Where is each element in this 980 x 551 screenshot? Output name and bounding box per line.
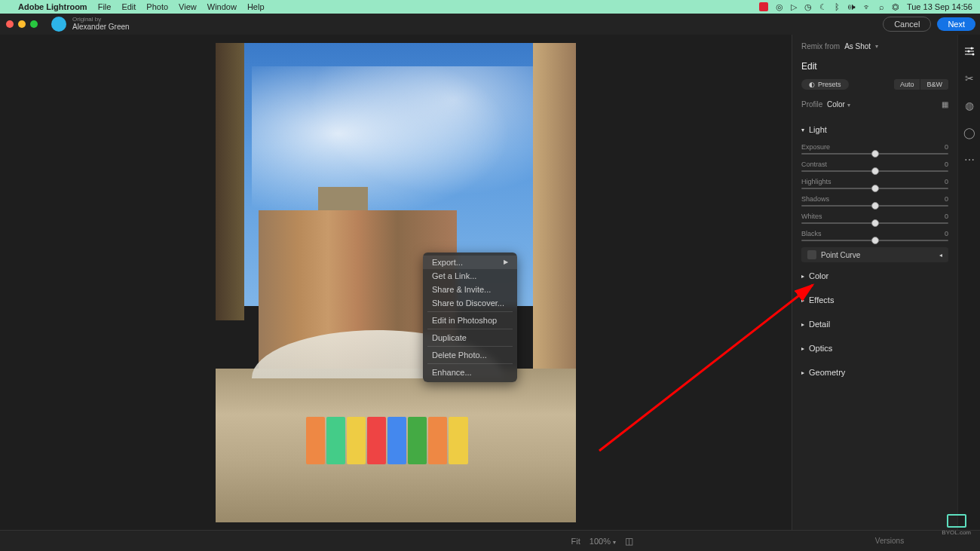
edit-panel: Remix from As Shot ▾ Edit ◐Presets Auto … xyxy=(792,35,957,530)
status-bluetooth-icon[interactable]: ᛒ xyxy=(835,2,840,11)
auto-button[interactable]: Auto xyxy=(894,79,920,90)
section-optics-header[interactable]: ▸Optics xyxy=(801,338,948,359)
remix-from-label: Remix from xyxy=(801,42,840,51)
context-share-discover[interactable]: Share to Discover... xyxy=(423,296,517,310)
context-sep xyxy=(427,346,513,347)
profile-value[interactable]: Color xyxy=(827,100,845,109)
status-clock-icon[interactable]: ◷ xyxy=(804,2,812,12)
photo-preview: Export...▶ Get a Link... Share & Invite.… xyxy=(216,43,576,522)
slider-highlights: Highlights0 xyxy=(801,178,948,189)
presets-icon: ◐ xyxy=(809,81,815,88)
compare-view-icon[interactable]: ◫ xyxy=(625,536,633,546)
context-sep xyxy=(427,329,513,329)
point-curve-button[interactable]: Point Curve ◂ xyxy=(801,247,948,262)
menubar-clock[interactable]: Tue 13 Sep 14:56 xyxy=(907,2,972,11)
masking-tool-icon[interactable]: ◯ xyxy=(963,127,975,139)
window-maximize-button[interactable] xyxy=(30,20,38,28)
chevron-right-icon: ▸ xyxy=(801,297,804,304)
section-effects-header[interactable]: ▸Effects xyxy=(801,289,948,311)
slider-thumb[interactable] xyxy=(871,150,879,158)
status-recording-icon[interactable] xyxy=(759,2,768,11)
more-tool-icon[interactable]: ⋯ xyxy=(963,154,975,166)
section-geometry-header[interactable]: ▸Geometry xyxy=(801,362,948,383)
menu-edit[interactable]: Edit xyxy=(121,2,136,11)
fit-label[interactable]: Fit xyxy=(571,537,580,546)
presets-button[interactable]: ◐Presets xyxy=(801,79,849,90)
user-avatar[interactable] xyxy=(51,17,66,32)
status-control-center-icon[interactable]: ⏣ xyxy=(892,2,899,12)
next-button[interactable]: Next xyxy=(937,17,975,31)
svg-point-2 xyxy=(972,54,974,56)
slider-track[interactable] xyxy=(801,188,948,189)
context-delete-photo[interactable]: Delete Photo... xyxy=(423,348,517,362)
status-moon-icon[interactable]: ☾ xyxy=(819,2,827,12)
chevron-down-icon[interactable]: ▾ xyxy=(875,43,878,50)
slider-label: Exposure xyxy=(801,143,830,151)
context-export[interactable]: Export...▶ xyxy=(423,256,517,269)
slider-track[interactable] xyxy=(801,170,948,172)
status-play-icon[interactable]: ▷ xyxy=(791,2,797,12)
section-light-header[interactable]: ▾Light xyxy=(801,119,948,140)
slider-thumb[interactable] xyxy=(871,237,879,244)
profile-grid-icon[interactable]: ▦ xyxy=(942,100,948,109)
slider-value: 0 xyxy=(945,213,948,220)
status-search-icon[interactable]: ⌕ xyxy=(879,2,884,11)
menu-photo[interactable]: Photo xyxy=(146,2,168,11)
crop-tool-icon[interactable]: ✂ xyxy=(963,72,975,84)
section-color-header[interactable]: ▸Color xyxy=(801,265,948,286)
slider-thumb[interactable] xyxy=(871,167,879,175)
slider-blacks: Blacks0 xyxy=(801,230,948,241)
slider-contrast: Contrast0 xyxy=(801,161,948,172)
adjust-tool-icon[interactable] xyxy=(963,45,975,57)
slider-track[interactable] xyxy=(801,153,948,155)
context-share-invite[interactable]: Share & Invite... xyxy=(423,283,517,296)
chevron-down-icon: ▾ xyxy=(613,539,616,546)
slider-thumb[interactable] xyxy=(871,219,879,227)
watermark-icon xyxy=(947,514,966,528)
remix-from-value[interactable]: As Shot xyxy=(844,42,871,51)
slider-track[interactable] xyxy=(801,240,948,241)
slider-value: 0 xyxy=(945,161,948,168)
window-close-button[interactable] xyxy=(6,20,14,28)
context-duplicate[interactable]: Duplicate xyxy=(423,331,517,344)
window-controls xyxy=(6,20,38,28)
menu-file[interactable]: File xyxy=(98,2,112,11)
context-enhance[interactable]: Enhance... xyxy=(423,366,517,379)
status-wifi-icon[interactable]: ᯤ xyxy=(863,2,871,11)
menu-help[interactable]: Help xyxy=(247,2,265,11)
slider-thumb[interactable] xyxy=(871,202,879,210)
svg-point-1 xyxy=(967,51,969,53)
versions-button[interactable]: Versions xyxy=(807,537,972,545)
menubar-app-name[interactable]: Adobe Lightroom xyxy=(18,2,87,11)
menu-window[interactable]: Window xyxy=(207,2,237,11)
status-cc-icon[interactable]: ◎ xyxy=(776,2,783,12)
slider-whites: Whites0 xyxy=(801,213,948,224)
original-by-label: Original by xyxy=(72,17,130,23)
slider-label: Blacks xyxy=(801,230,822,237)
chevron-down-icon: ▾ xyxy=(801,127,804,133)
slider-thumb[interactable] xyxy=(871,185,879,192)
main-area: Export...▶ Get a Link... Share & Invite.… xyxy=(0,35,980,530)
slider-exposure: Exposure0 xyxy=(801,143,948,155)
slider-label: Whites xyxy=(801,213,822,220)
context-menu: Export...▶ Get a Link... Share & Invite.… xyxy=(423,253,517,382)
context-edit-photoshop[interactable]: Edit in Photoshop xyxy=(423,314,517,327)
window-minimize-button[interactable] xyxy=(18,20,26,28)
slider-label: Shadows xyxy=(801,195,829,203)
bw-button[interactable]: B&W xyxy=(920,79,948,90)
context-get-link[interactable]: Get a Link... xyxy=(423,269,517,283)
profile-label: Profile xyxy=(801,100,822,109)
healing-tool-icon[interactable]: ◍ xyxy=(963,99,975,112)
chevron-down-icon[interactable]: ▾ xyxy=(847,102,850,109)
status-volume-icon[interactable]: 🕪 xyxy=(847,2,856,11)
zoom-value[interactable]: 100% ▾ xyxy=(590,537,616,546)
chevron-left-icon: ◂ xyxy=(939,252,942,259)
svg-point-0 xyxy=(970,47,972,50)
photo-canvas[interactable]: Export...▶ Get a Link... Share & Invite.… xyxy=(0,35,792,530)
section-detail-header[interactable]: ▸Detail xyxy=(801,314,948,335)
slider-track[interactable] xyxy=(801,222,948,224)
menu-view[interactable]: View xyxy=(179,2,197,11)
slider-track[interactable] xyxy=(801,205,948,207)
cancel-button[interactable]: Cancel xyxy=(883,17,931,32)
app-bar: Original by Alexander Green Cancel Next xyxy=(0,14,980,35)
